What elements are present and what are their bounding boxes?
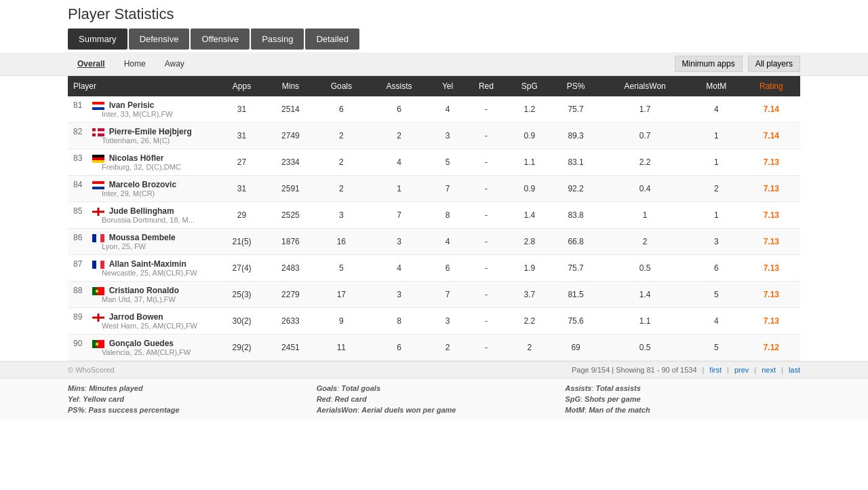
player-yel: 8: [430, 202, 465, 229]
legend-desc: Minutes played: [89, 384, 142, 392]
player-name[interactable]: Gonçalo Guedes: [109, 339, 174, 348]
player-assists: 8: [368, 308, 430, 335]
svg-rect-18: [92, 261, 96, 269]
player-name[interactable]: Marcelo Brozovic: [109, 180, 176, 189]
player-spg: 2: [507, 335, 552, 361]
player-info: Tottenham, 26, M(C): [73, 136, 213, 145]
pagination-first[interactable]: first: [709, 366, 722, 374]
col-ps[interactable]: PS%: [552, 76, 600, 96]
col-motm[interactable]: MotM: [690, 76, 743, 96]
player-flag: [92, 181, 104, 189]
player-yel: 6: [430, 255, 465, 282]
player-aerials: 0.4: [599, 176, 690, 202]
player-info: West Ham, 25, AM(CLR),FW: [73, 322, 213, 330]
col-spg[interactable]: SpG: [507, 76, 552, 96]
tab-summary[interactable]: Summary: [68, 29, 127, 50]
tab-detailed[interactable]: Detailed: [305, 29, 359, 50]
legend-desc: Red card: [335, 395, 367, 403]
player-cell: 90 Gonçalo Guedes Valencia, 25, AM(CLR),…: [68, 335, 217, 361]
player-flag: [92, 314, 104, 322]
player-red: -: [465, 335, 507, 361]
pagination-prev[interactable]: prev: [734, 366, 749, 374]
footer-bar: © WhoScored Page 9/154 | Showing 81 - 90…: [0, 361, 868, 378]
player-mins: 2483: [267, 255, 315, 282]
legend-key: AerialsWon: [317, 406, 357, 414]
sub-tab-overall[interactable]: Overall: [68, 55, 115, 73]
player-flag: [92, 287, 104, 295]
col-mins[interactable]: Mins: [267, 76, 315, 96]
col-assists[interactable]: Assists: [368, 76, 430, 96]
col-yel[interactable]: Yel: [430, 76, 465, 96]
player-apps: 30(2): [217, 308, 267, 335]
all-players-button[interactable]: All players: [748, 56, 800, 72]
player-motm: 4: [690, 96, 743, 123]
minimum-apps-button[interactable]: Minimum apps: [675, 56, 743, 72]
player-name[interactable]: Allan Saint-Maximin: [109, 259, 186, 269]
svg-rect-15: [92, 234, 96, 242]
player-name[interactable]: Ivan Perisic: [109, 100, 155, 110]
player-aerials: 0.7: [599, 123, 690, 149]
player-flag: [92, 155, 104, 163]
legend-key: PS%: [68, 406, 84, 414]
legend-key: Assists: [565, 384, 591, 392]
legend-desc: Man of the match: [589, 406, 650, 414]
tab-defensive[interactable]: Defensive: [129, 29, 190, 50]
player-assists: 7: [368, 202, 430, 229]
col-apps[interactable]: Apps: [217, 76, 267, 96]
player-goals: 5: [315, 255, 368, 282]
sub-tabs-bar: Overall Home Away Minimum apps All playe…: [0, 52, 868, 76]
player-info: Inter, 33, M(CLR),FW: [73, 110, 213, 118]
player-goals: 16: [315, 229, 368, 255]
player-motm: 6: [690, 255, 743, 282]
player-mins: 2591: [267, 176, 315, 202]
col-goals[interactable]: Goals: [315, 76, 368, 96]
player-cell: 84 Marcelo Brozovic Inter, 29, M(CR): [68, 176, 217, 202]
legend-desc: Yellow card: [83, 395, 124, 403]
pagination-next[interactable]: next: [762, 366, 776, 374]
player-assists: 2: [368, 123, 430, 149]
sub-tab-home[interactable]: Home: [115, 55, 155, 73]
player-ps: 89.3: [552, 123, 600, 149]
player-cell: 87 Allan Saint-Maximin Newcastle, 25, AM…: [68, 255, 217, 282]
player-ps: 81.5: [552, 282, 600, 308]
player-name[interactable]: Nicolas Höfler: [109, 153, 164, 163]
player-motm: 3: [690, 229, 743, 255]
legend-desc: Shots per game: [585, 395, 641, 403]
player-name[interactable]: Pierre-Emile Højbjerg: [109, 127, 192, 136]
tab-passing[interactable]: Passing: [251, 29, 304, 50]
col-red[interactable]: Red: [465, 76, 507, 96]
legend-item: PS%: Pass success percentage: [68, 406, 303, 414]
player-assists: 3: [368, 229, 430, 255]
player-rating: 7.14: [743, 96, 800, 123]
col-aerials[interactable]: AerialsWon: [599, 76, 690, 96]
table-row: 85 Jude Bellingham Borussia Dortmund, 18…: [68, 202, 800, 229]
player-name[interactable]: Jude Bellingham: [109, 206, 174, 216]
player-rank: 81: [73, 100, 88, 110]
player-name[interactable]: Cristiano Ronaldo: [109, 286, 179, 295]
player-name[interactable]: Jarrod Bowen: [109, 312, 163, 322]
tab-offensive[interactable]: Offensive: [191, 29, 250, 50]
player-flag: [92, 340, 104, 348]
pagination-text: Page 9/154 | Showing 81 - 90 of 1534: [572, 366, 697, 374]
player-motm: 2: [690, 176, 743, 202]
pagination-last[interactable]: last: [789, 366, 800, 374]
stats-table: Player Apps Mins Goals Assists Yel Red S…: [68, 76, 800, 361]
legend-item: Yel: Yellow card: [68, 395, 303, 403]
sub-tabs-left: Overall Home Away: [68, 55, 194, 73]
player-rank: 88: [73, 286, 88, 295]
player-cell: 85 Jude Bellingham Borussia Dortmund, 18…: [68, 202, 217, 229]
legend-item: Assists: Total assists: [565, 384, 800, 392]
table-row: 90 Gonçalo Guedes Valencia, 25, AM(CLR),…: [68, 335, 800, 361]
player-rank: 82: [73, 127, 88, 136]
legend-desc: Total goals: [341, 384, 380, 392]
player-mins: 2633: [267, 308, 315, 335]
legend-key: Red: [317, 395, 331, 403]
player-mins: 1876: [267, 229, 315, 255]
col-rating[interactable]: Rating: [743, 76, 800, 96]
player-yel: 3: [430, 123, 465, 149]
sub-tab-away[interactable]: Away: [155, 55, 194, 73]
player-name[interactable]: Moussa Dembele: [109, 233, 176, 242]
player-motm: 1: [690, 202, 743, 229]
player-assists: 6: [368, 335, 430, 361]
player-ps: 83.8: [552, 202, 600, 229]
